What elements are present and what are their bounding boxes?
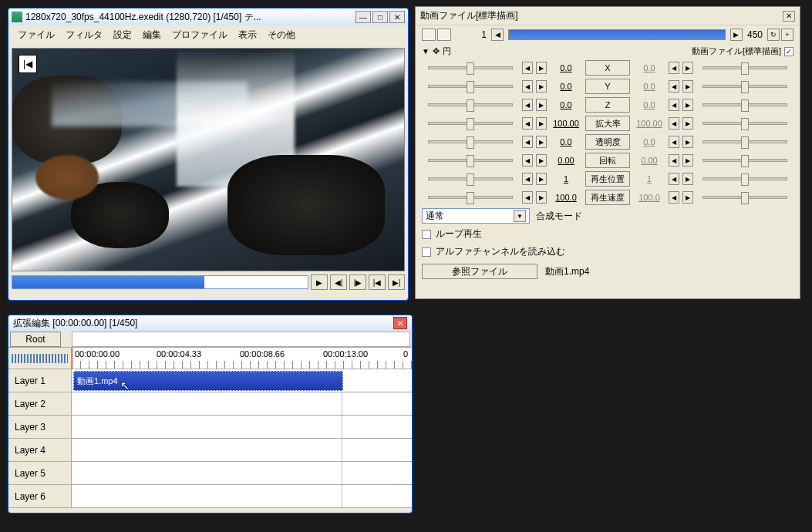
param-value-left[interactable]: 0.00 bbox=[550, 156, 582, 165]
minimize-button[interactable]: — bbox=[355, 11, 371, 23]
properties-titlebar[interactable]: 動画ファイル[標準描画] ✕ bbox=[416, 7, 800, 25]
param-name-button[interactable]: 再生速度 bbox=[585, 190, 630, 205]
inc-right-button[interactable]: ▶ bbox=[682, 62, 693, 74]
param-value-right[interactable]: 0.0 bbox=[633, 82, 665, 91]
view-icon[interactable] bbox=[437, 29, 451, 41]
inc-left-button[interactable]: ▶ bbox=[536, 136, 547, 148]
timeline-header-track[interactable] bbox=[72, 332, 410, 347]
dec-left-button[interactable]: ◀ bbox=[522, 117, 533, 130]
menu-view[interactable]: 表示 bbox=[234, 27, 261, 43]
param-value-left[interactable]: 0.0 bbox=[550, 63, 582, 72]
param-slider-right[interactable] bbox=[702, 177, 787, 180]
inc-left-button[interactable]: ▶ bbox=[536, 99, 547, 111]
goto-start-icon[interactable]: |◀ bbox=[19, 55, 37, 73]
playhead[interactable] bbox=[72, 348, 72, 369]
preview-seekbar[interactable] bbox=[12, 275, 308, 289]
layer-label[interactable]: Layer 5 bbox=[8, 462, 72, 484]
param-value-right[interactable]: 100.0 bbox=[633, 193, 665, 202]
layer-track[interactable]: 動画1.mp4↖ bbox=[72, 369, 412, 392]
param-slider-left[interactable] bbox=[428, 122, 513, 125]
param-value-left[interactable]: 100.0 bbox=[550, 193, 582, 202]
param-slider-left[interactable] bbox=[428, 140, 513, 143]
param-value-right[interactable]: 100.00 bbox=[633, 119, 665, 128]
step-back-button[interactable]: ◀| bbox=[330, 274, 347, 290]
layer-track[interactable] bbox=[72, 439, 412, 461]
frame-prev-button[interactable]: ◀ bbox=[491, 29, 504, 41]
layer-track[interactable] bbox=[72, 462, 412, 484]
reference-file-button[interactable]: 参照ファイル bbox=[422, 264, 537, 279]
inc-right-button[interactable]: ▶ bbox=[682, 173, 693, 185]
dec-left-button[interactable]: ◀ bbox=[522, 62, 533, 74]
layer-track[interactable] bbox=[72, 485, 412, 507]
param-value-right[interactable]: 1 bbox=[633, 174, 665, 184]
camera-icon[interactable] bbox=[422, 29, 436, 41]
param-name-button[interactable]: X bbox=[585, 60, 630, 76]
menu-profile[interactable]: プロファイル bbox=[167, 27, 232, 43]
alpha-checkbox[interactable] bbox=[422, 247, 431, 257]
inc-left-button[interactable]: ▶ bbox=[536, 62, 547, 74]
layer-label[interactable]: Layer 2 bbox=[8, 392, 72, 415]
param-name-button[interactable]: 透明度 bbox=[585, 134, 630, 150]
inc-right-button[interactable]: ▶ bbox=[682, 117, 693, 130]
dec-right-button[interactable]: ◀ bbox=[669, 136, 679, 148]
layer-label[interactable]: Layer 3 bbox=[8, 416, 72, 438]
section-enable-checkbox[interactable]: ✓ bbox=[784, 47, 793, 56]
goto-first-button[interactable]: |◀ bbox=[369, 274, 386, 290]
maximize-button[interactable]: □ bbox=[372, 11, 388, 23]
layer-label[interactable]: Layer 4 bbox=[8, 439, 72, 461]
param-slider-right[interactable] bbox=[702, 85, 787, 88]
collapse-icon[interactable]: ▼ bbox=[422, 47, 430, 56]
layer-label[interactable]: Layer 6 bbox=[8, 485, 72, 507]
timeline-clip[interactable]: 動画1.mp4↖ bbox=[73, 371, 343, 391]
param-slider-left[interactable] bbox=[428, 85, 513, 88]
menu-other[interactable]: その他 bbox=[263, 27, 300, 43]
inc-right-button[interactable]: ▶ bbox=[682, 136, 693, 148]
param-slider-right[interactable] bbox=[702, 196, 787, 199]
param-value-right[interactable]: 0.0 bbox=[633, 63, 665, 72]
param-name-button[interactable]: 回転 bbox=[585, 153, 630, 168]
param-name-button[interactable]: Z bbox=[585, 97, 630, 113]
param-slider-left[interactable] bbox=[428, 159, 513, 162]
loop-checkbox[interactable] bbox=[422, 230, 431, 239]
param-name-button[interactable]: 再生位置 bbox=[585, 171, 630, 187]
inc-left-button[interactable]: ▶ bbox=[536, 154, 547, 167]
dec-right-button[interactable]: ◀ bbox=[669, 62, 679, 74]
root-button[interactable]: Root bbox=[10, 332, 61, 347]
param-slider-right[interactable] bbox=[702, 103, 787, 106]
param-slider-left[interactable] bbox=[428, 66, 513, 69]
dec-right-button[interactable]: ◀ bbox=[669, 99, 679, 111]
param-slider-left[interactable] bbox=[428, 177, 513, 180]
play-button[interactable]: ▶ bbox=[311, 274, 328, 290]
step-fwd-button[interactable]: |▶ bbox=[349, 274, 366, 290]
param-slider-right[interactable] bbox=[702, 122, 787, 125]
close-button[interactable]: ✕ bbox=[389, 11, 405, 23]
dec-left-button[interactable]: ◀ bbox=[522, 173, 533, 185]
inc-left-button[interactable]: ▶ bbox=[536, 191, 547, 204]
param-slider-left[interactable] bbox=[428, 103, 513, 106]
layer-label[interactable]: Layer 1 bbox=[8, 369, 72, 392]
time-ruler[interactable]: 00:00:00.00 00:00:04.33 00:00:08.66 00:0… bbox=[72, 348, 412, 369]
properties-seekbar[interactable] bbox=[508, 29, 726, 40]
dec-left-button[interactable]: ◀ bbox=[522, 80, 533, 93]
dec-right-button[interactable]: ◀ bbox=[669, 173, 679, 185]
dec-left-button[interactable]: ◀ bbox=[522, 136, 533, 148]
main-titlebar[interactable]: 1280x720_30fps_44100Hz.exedit (1280,720)… bbox=[8, 8, 408, 25]
dec-right-button[interactable]: ◀ bbox=[669, 191, 679, 204]
refresh-icon[interactable]: ↻ bbox=[767, 29, 780, 41]
param-value-left[interactable]: 0.0 bbox=[550, 82, 582, 91]
dec-left-button[interactable]: ◀ bbox=[522, 99, 533, 111]
menu-filter[interactable]: フィルタ bbox=[61, 27, 107, 43]
video-preview[interactable]: |◀ bbox=[12, 48, 405, 271]
inc-left-button[interactable]: ▶ bbox=[536, 80, 547, 93]
param-value-right[interactable]: 0.00 bbox=[633, 156, 665, 165]
param-value-left[interactable]: 1 bbox=[550, 174, 582, 184]
dec-right-button[interactable]: ◀ bbox=[669, 154, 679, 167]
dec-right-button[interactable]: ◀ bbox=[669, 117, 679, 130]
param-slider-right[interactable] bbox=[702, 159, 787, 162]
param-value-left[interactable]: 0.0 bbox=[550, 100, 582, 109]
dec-left-button[interactable]: ◀ bbox=[522, 154, 533, 167]
inc-left-button[interactable]: ▶ bbox=[536, 117, 547, 130]
dec-right-button[interactable]: ◀ bbox=[669, 80, 679, 93]
properties-close-button[interactable]: ✕ bbox=[783, 11, 795, 22]
param-value-left[interactable]: 100.00 bbox=[550, 119, 582, 128]
